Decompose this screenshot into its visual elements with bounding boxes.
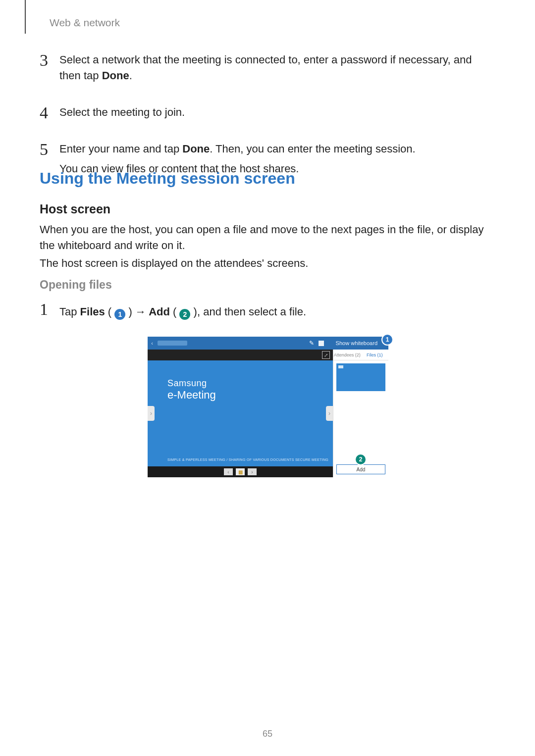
step-body: Tap Files ( 1 ) → Add ( 2 ), and then se…: [59, 301, 495, 320]
text: Tap: [59, 305, 80, 318]
app-topbar: ‹ ✎ Show whiteboard 1: [148, 337, 388, 350]
prev-page-button[interactable]: ›: [148, 406, 155, 421]
side-panel: Attendees (2) Files (1) 2 Add: [333, 350, 388, 477]
step-3: 3 Select a network that the meeting is c…: [40, 52, 495, 88]
callout-2-icon: 2: [179, 309, 190, 320]
step-1-opening-files: 1 Tap Files ( 1 ) → Add ( 2 ), and then …: [40, 301, 495, 320]
text: . Then, you can enter the meeting sessio…: [210, 143, 415, 155]
bold-add: Add: [146, 305, 170, 318]
text: Select the meeting to join.: [59, 106, 185, 118]
add-button-wrap: 2 Add: [333, 461, 388, 477]
file-thumbnail[interactable]: [336, 363, 385, 391]
paragraph: The host screen is displayed on the atte…: [40, 255, 495, 271]
nav-thumbs-button[interactable]: ▦: [236, 468, 245, 475]
text: , and then select a file.: [197, 305, 306, 318]
header-tab-line: [25, 0, 26, 34]
text: .: [129, 69, 132, 82]
whiteboard-icon[interactable]: [319, 341, 324, 346]
step-number: 3: [40, 52, 59, 88]
back-icon[interactable]: ‹: [148, 340, 157, 346]
page-number: 65: [0, 729, 535, 739]
presentation-area[interactable]: ⤢ › › Samsung e-Meeting SIMPLE & PAPERLE…: [148, 350, 333, 477]
text: ): [190, 305, 197, 318]
page-nav-bar: ‹ ▦ ›: [148, 466, 333, 477]
brand-line-1: Samsung: [167, 378, 216, 389]
tab-files[interactable]: Files (1): [361, 350, 389, 360]
text: Enter your name and tap: [59, 143, 182, 155]
breadcrumb: Web & network: [50, 17, 120, 29]
callout-1-badge: 1: [382, 335, 392, 345]
arrow-icon: →: [135, 305, 146, 318]
text: (: [170, 305, 180, 318]
paragraph: When you are the host, you can open a fi…: [40, 222, 495, 253]
sub-subsection-heading: Opening files: [40, 278, 112, 292]
expand-icon[interactable]: ⤢: [322, 351, 330, 359]
step-body: Select a network that the meeting is con…: [59, 52, 495, 88]
nav-next-button[interactable]: ›: [248, 468, 257, 475]
tab-attendees[interactable]: Attendees (2): [333, 350, 361, 360]
brand-line-2: e-Meeting: [167, 389, 216, 402]
side-tabs: Attendees (2) Files (1): [333, 350, 388, 360]
bold-done: Done: [102, 69, 129, 82]
text: ): [125, 305, 135, 318]
slide-tagline: SIMPLE & PAPERLESS MEETING / SHARING OF …: [167, 458, 328, 461]
add-button[interactable]: Add: [336, 464, 385, 474]
step-number: 1: [40, 301, 59, 318]
step-number: 4: [40, 104, 59, 124]
nav-prev-button[interactable]: ‹: [224, 468, 233, 475]
next-page-button[interactable]: ›: [326, 406, 333, 421]
slide-brand: Samsung e-Meeting: [167, 378, 216, 402]
subsection-heading: Host screen: [40, 202, 110, 216]
text: (: [105, 305, 115, 318]
step-body: Select the meeting to join.: [59, 104, 495, 124]
callout-1-icon: 1: [114, 309, 125, 320]
show-whiteboard-button[interactable]: Show whiteboard: [336, 340, 377, 346]
pen-icon[interactable]: ✎: [309, 340, 314, 347]
status-row: ⤢: [148, 350, 333, 360]
app-screenshot: ‹ ✎ Show whiteboard 1 ⤢ › › Samsung e-Me…: [148, 337, 388, 477]
meeting-title-redacted: [158, 341, 187, 346]
callout-2-badge: 2: [356, 454, 366, 464]
bold-done: Done: [182, 143, 210, 155]
section-heading: Using the Meeting session screen: [40, 169, 295, 188]
step-4: 4 Select the meeting to join.: [40, 104, 495, 124]
bold-files: Files: [80, 305, 105, 318]
